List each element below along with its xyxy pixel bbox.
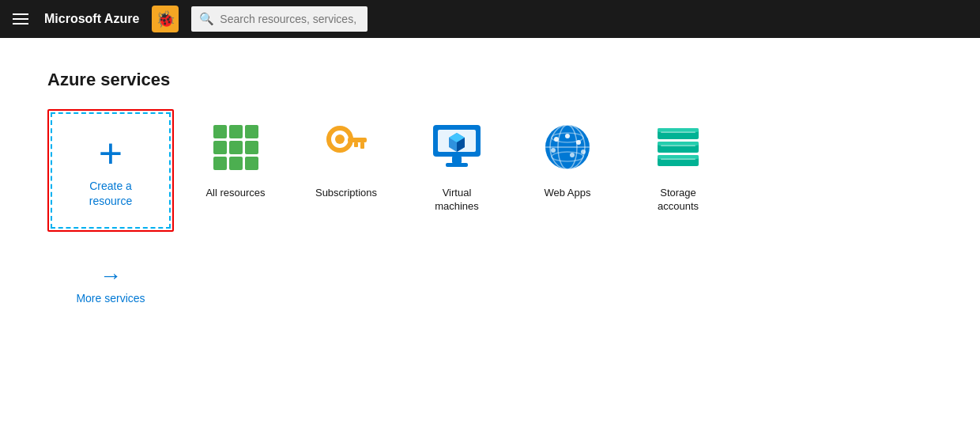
plus-icon: + — [99, 133, 122, 174]
virtual-machines-icon — [425, 115, 488, 179]
svg-rect-4 — [229, 141, 243, 154]
svg-point-10 — [335, 134, 345, 144]
web-apps-label: Web Apps — [544, 187, 590, 200]
svg-point-27 — [554, 137, 559, 142]
brand-title: Microsoft Azure — [44, 12, 139, 26]
service-item-storage-accounts[interactable]: Storageaccounts — [623, 109, 733, 220]
svg-rect-5 — [245, 141, 258, 154]
web-apps-icon — [536, 115, 599, 179]
all-resources-icon — [204, 115, 267, 179]
svg-rect-2 — [245, 125, 258, 138]
svg-rect-41 — [658, 155, 699, 159]
svg-point-31 — [570, 153, 575, 157]
subscriptions-label: Subscriptions — [315, 187, 377, 200]
svg-rect-19 — [452, 157, 462, 163]
create-resource-card[interactable]: + Create aresource — [47, 109, 174, 232]
search-wrapper: 🔍 — [191, 6, 839, 32]
service-item-all-resources[interactable]: All resources — [180, 109, 291, 206]
more-services-link[interactable]: More services — [76, 292, 145, 305]
svg-rect-0 — [213, 125, 227, 138]
hamburger-menu[interactable] — [9, 10, 32, 28]
svg-point-30 — [551, 148, 556, 153]
svg-rect-3 — [213, 141, 227, 154]
all-resources-label: All resources — [205, 187, 265, 200]
svg-rect-1 — [229, 125, 243, 138]
storage-accounts-label: Storageaccounts — [658, 187, 699, 214]
service-item-virtual-machines[interactable]: Virtualmachines — [401, 109, 512, 220]
left-column: + Create aresource → More services — [47, 109, 174, 305]
svg-rect-40 — [658, 142, 699, 146]
service-item-web-apps[interactable]: Web Apps — [512, 109, 623, 206]
main-content: Azure services + Create aresource → More… — [0, 38, 980, 439]
svg-point-32 — [581, 149, 586, 154]
svg-rect-39 — [658, 128, 699, 132]
svg-rect-11 — [348, 138, 367, 142]
service-item-subscriptions[interactable]: Subscriptions — [291, 109, 401, 206]
arrow-right-icon: → — [100, 263, 122, 289]
create-resource-label: Create aresource — [89, 179, 132, 207]
svg-rect-8 — [245, 157, 258, 170]
search-icon: 🔍 — [199, 12, 214, 26]
svg-rect-6 — [213, 157, 227, 170]
svg-rect-20 — [446, 163, 468, 167]
svg-rect-12 — [360, 142, 364, 149]
services-grid: + Create aresource → More services — [47, 109, 933, 305]
subscriptions-icon — [315, 115, 378, 179]
search-input[interactable] — [191, 6, 368, 32]
virtual-machines-label: Virtualmachines — [435, 187, 479, 214]
svg-point-28 — [565, 134, 570, 138]
more-services-row: → More services — [47, 263, 174, 305]
section-title: Azure services — [47, 70, 933, 90]
svg-rect-13 — [354, 142, 358, 147]
storage-accounts-icon — [646, 115, 710, 179]
svg-point-29 — [576, 140, 581, 145]
navbar: Microsoft Azure 🐞 🔍 — [0, 0, 980, 38]
svg-rect-7 — [229, 157, 243, 170]
bug-icon[interactable]: 🐞 — [152, 6, 179, 32]
